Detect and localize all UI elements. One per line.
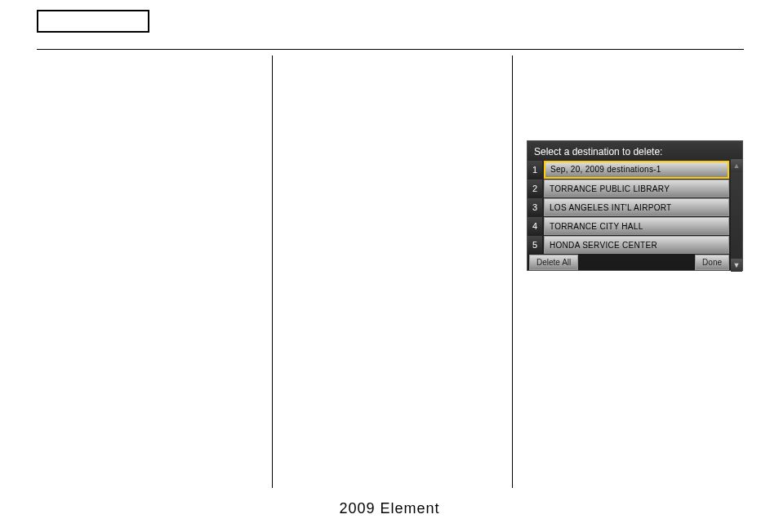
list-item-label: TORRANCE PUBLIC LIBRARY (544, 180, 729, 197)
column-divider (512, 55, 513, 488)
scrollbar[interactable]: ▲ ▼ (731, 159, 742, 272)
list-item-number: 2 (527, 180, 542, 197)
column-divider (272, 55, 273, 488)
list-item[interactable]: 2 TORRANCE PUBLIC LIBRARY (527, 180, 742, 197)
navigation-delete-screen: Select a destination to delete: 1 Sep, 2… (527, 140, 743, 271)
list-item-label: Sep, 20, 2009 destinations-1 (544, 161, 729, 179)
header-placeholder-box (37, 10, 149, 33)
delete-all-button[interactable]: Delete All (529, 255, 578, 270)
nav-destination-list: 1 Sep, 20, 2009 destinations-1 2 TORRANC… (527, 161, 742, 255)
list-item-number: 4 (527, 217, 542, 235)
scroll-down-arrow-icon[interactable]: ▼ (731, 259, 742, 272)
list-item[interactable]: 3 LOS ANGELES INT'L AIRPORT (527, 198, 742, 216)
horizontal-rule (37, 49, 744, 50)
scroll-up-arrow-icon[interactable]: ▲ (731, 159, 742, 172)
list-item-number: 3 (527, 198, 542, 216)
list-item[interactable]: 1 Sep, 20, 2009 destinations-1 (527, 161, 742, 179)
list-item[interactable]: 5 HONDA SERVICE CENTER (527, 236, 742, 254)
done-button[interactable]: Done (695, 255, 729, 270)
nav-footer: Delete All Done (527, 254, 731, 270)
list-item-number: 1 (527, 161, 542, 179)
list-item-label: LOS ANGELES INT'L AIRPORT (544, 198, 729, 216)
list-item-label: HONDA SERVICE CENTER (544, 236, 729, 254)
list-item-number: 5 (527, 236, 542, 254)
nav-screen-title: Select a destination to delete: (527, 141, 742, 161)
footer-model-text: 2009 Element (0, 500, 779, 517)
list-item-label: TORRANCE CITY HALL (544, 217, 729, 235)
list-item[interactable]: 4 TORRANCE CITY HALL (527, 217, 742, 235)
